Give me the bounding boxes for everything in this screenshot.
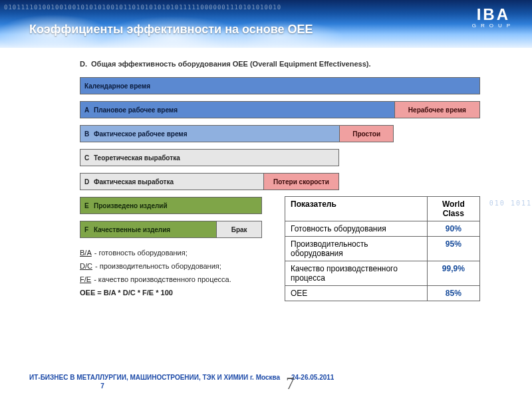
bar-row: AПлановое рабочее времяНерабочее время: [80, 101, 480, 118]
formula-rhs: - производительность оборудования;: [95, 259, 221, 273]
table-cell-name: Готовность оборудования: [285, 221, 428, 237]
bar-letter: F: [84, 226, 94, 233]
bar-letter: D: [84, 178, 94, 186]
bar-main: AПлановое рабочее время: [80, 102, 394, 118]
table-cell-value: 85%: [427, 286, 479, 301]
table-row: Готовность оборудования90%: [285, 221, 480, 237]
bar-letter: B: [84, 130, 94, 138]
table-header-row: Показатель World Class: [285, 197, 480, 221]
table-header-value: World Class: [427, 197, 479, 221]
bar-main: CТеоретическая выработка: [80, 150, 338, 166]
logo-main-text: IBA: [472, 8, 515, 21]
bar-main: FКачественные изделия: [80, 221, 216, 237]
bar-loss: Потери скорости: [263, 174, 338, 190]
footer-date: 24-26.05.2011: [291, 374, 334, 381]
table-row: Производительность оборудования95%: [285, 237, 480, 261]
bar-main: EПроизведено изделий: [80, 198, 261, 213]
formula-rhs: - готовность оборудования;: [94, 246, 188, 259]
bar-row: FКачественные изделияБрак: [80, 221, 262, 238]
bar-row: CТеоретическая выработка: [80, 149, 339, 166]
bar-row: Календарное время: [80, 77, 480, 94]
bar-loss: Простои: [339, 126, 393, 142]
world-class-table: Показатель World Class Готовность оборуд…: [285, 196, 480, 301]
table-cell-name: Качество производственного процесса: [285, 261, 428, 286]
footer-small-page: 7: [29, 382, 176, 390]
table-cell-value: 99,9%: [427, 261, 479, 286]
bar-loss: Брак: [216, 221, 261, 237]
bar-main: DФактическая выработка: [80, 174, 263, 190]
slide-number: 7: [286, 374, 295, 394]
table-row: OEE85%: [285, 286, 480, 301]
section-heading: D. Общая эффективность оборудования OEE …: [80, 60, 492, 68]
bar-loss: Нерабочее время: [394, 102, 479, 118]
bar-main: BФактическое рабочее время: [80, 126, 339, 142]
bar-letter: C: [84, 154, 94, 162]
formula-final-text: OEE = B/A * D/C * F/E * 100: [80, 286, 173, 299]
bar-label: Календарное время: [84, 82, 150, 90]
bar-label: Фактическая выработка: [94, 178, 174, 186]
table-row: Качество производственного процесса99,9%: [285, 261, 480, 286]
banner-binary-decoration: 0101111010010010010101010010110101010101…: [4, 4, 281, 11]
footer: ИТ-БИЗНЕС В МЕТАЛЛУРГИИ, МАШИНОСТРОЕНИИ,…: [29, 374, 503, 390]
bar-label: Фактическое рабочее время: [94, 130, 188, 138]
bar-row: DФактическая выработкаПотери скорости: [80, 173, 339, 190]
table-header-metric: Показатель: [285, 197, 428, 221]
formula-lhs: B/A: [80, 246, 92, 259]
bar-row: EПроизведено изделий: [80, 197, 262, 214]
table-cell-name: Производительность оборудования: [285, 237, 428, 261]
bar-label: Теоретическая выработка: [94, 154, 180, 162]
logo-sub-text: GROUP: [472, 23, 515, 29]
formula-lhs: F/E: [80, 273, 91, 286]
bar-label: Качественные изделия: [94, 226, 170, 233]
formula-lhs: D/C: [80, 259, 92, 273]
table-cell-value: 95%: [427, 237, 479, 261]
header-banner: 0101111010010010010101010010110101010101…: [0, 0, 532, 48]
bar-row: BФактическое рабочее времяПростои: [80, 125, 394, 142]
heading-letter: D.: [80, 60, 89, 68]
slide-title: Коэффициенты эффективности на основе OEE: [29, 23, 313, 37]
table-cell-name: OEE: [285, 286, 428, 301]
table-cell-value: 90%: [427, 221, 479, 237]
iba-logo: IBA GROUP: [472, 8, 515, 29]
bar-label: Произведено изделий: [94, 202, 168, 209]
bar-main: Календарное время: [80, 78, 479, 94]
formula-rhs: - качество производственного процесса.: [94, 273, 231, 286]
heading-text: Общая эффективность оборудования OEE (Ov…: [91, 60, 370, 68]
bar-letter: A: [84, 106, 94, 114]
footer-text: ИТ-БИЗНЕС В МЕТАЛЛУРГИИ, МАШИНОСТРОЕНИИ,…: [29, 374, 280, 381]
bar-label: Плановое рабочее время: [94, 106, 178, 114]
side-binary-decoration: 010 1011: [489, 200, 532, 207]
bar-letter: E: [84, 202, 94, 209]
